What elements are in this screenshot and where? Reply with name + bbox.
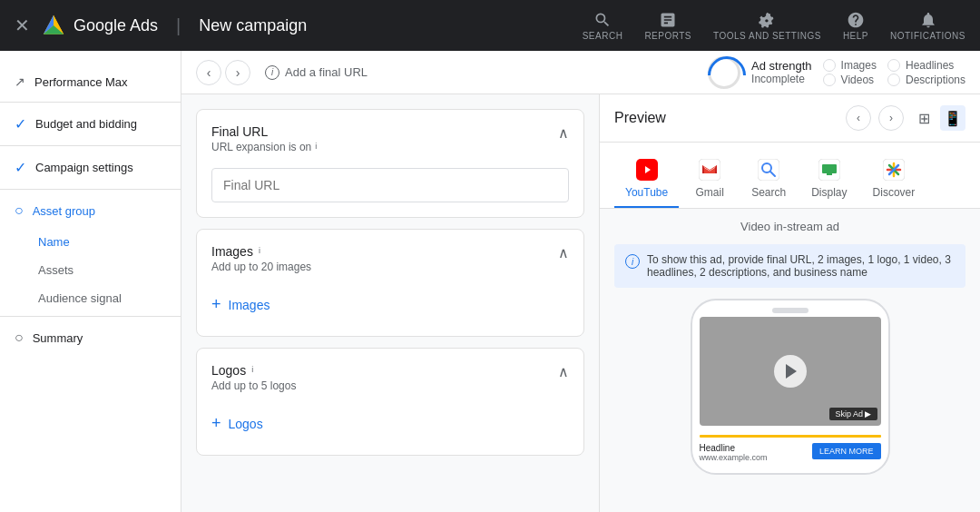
view-toggle: ⊞ 📱 — [911, 105, 965, 131]
headlines-check-circle-icon — [887, 59, 900, 72]
back-arrow-button[interactable]: ‹ — [196, 60, 221, 85]
checklist-item-descriptions: Descriptions — [887, 74, 965, 86]
sidebar-item-performance-max-label: Performance Max — [34, 75, 128, 89]
ad-strength-checklist-2: Headlines Descriptions — [887, 59, 965, 86]
tab-gmail[interactable]: Gmail — [682, 150, 737, 208]
channel-tabs: YouTube — [600, 143, 980, 209]
url-expansion-info-icon[interactable]: i — [315, 142, 327, 153]
phone-notch-icon — [772, 308, 808, 313]
preview-title: Preview — [614, 110, 838, 126]
sidebar-item-performance-max[interactable]: ↗ Performance Max — [0, 65, 181, 98]
two-panel: Final URL URL expansion is on i ∧ — [181, 94, 980, 512]
play-triangle-icon — [786, 364, 797, 379]
ad-strength-text: Ad strength Incomplete — [751, 59, 812, 85]
headlines-check-label: Headlines — [906, 59, 954, 72]
ad-strength-circle-icon — [708, 56, 740, 89]
checklist-item-images: Images — [823, 59, 877, 72]
svg-rect-17 — [827, 173, 832, 175]
grid-view-button[interactable]: ⊞ — [911, 105, 936, 131]
search-tab-label: Search — [751, 186, 786, 199]
learn-more-button[interactable]: LEARN MORE — [812, 443, 881, 459]
display-tab-label: Display — [811, 186, 847, 199]
checklist-item-videos: Videos — [823, 74, 877, 86]
sidebar-item-budget-bidding[interactable]: ✓ Budget and bidding — [0, 106, 181, 142]
images-section: Images i Add up to 20 images ∧ + Im — [196, 229, 584, 337]
add-images-plus-icon: + — [211, 295, 221, 314]
logos-title-text: Logos — [211, 363, 246, 378]
info-banner-icon: i — [625, 254, 640, 269]
youtube-tab-label: YouTube — [625, 186, 668, 199]
preview-controls: ‹ › ⊞ 📱 — [846, 105, 965, 131]
add-images-button[interactable]: + Images — [211, 288, 270, 321]
logos-content: + Logos — [197, 407, 583, 455]
add-logos-button[interactable]: + Logos — [211, 407, 263, 440]
preview-forward-button[interactable]: › — [878, 105, 904, 131]
sidebar-sub-item-assets[interactable]: Assets — [0, 256, 181, 284]
logos-collapse-button[interactable]: ∧ — [558, 363, 569, 380]
final-url-input[interactable] — [223, 178, 557, 192]
checklist-item-headlines: Headlines — [887, 59, 965, 72]
svg-rect-16 — [822, 164, 837, 173]
asset-group-circle-icon: ○ — [15, 202, 24, 219]
nav-arrows: ‹ › — [196, 60, 250, 85]
phone-ad-bar — [700, 435, 881, 438]
final-url-header: Final URL URL expansion is on i ∧ — [197, 110, 583, 168]
help-nav-button[interactable]: HELP — [843, 11, 868, 41]
sidebar-sub-item-name[interactable]: Name — [0, 228, 181, 256]
notifications-nav-button[interactable]: NOTIFICATIONS — [890, 11, 965, 41]
sidebar-item-summary[interactable]: ○ Summary — [0, 320, 181, 355]
tab-youtube[interactable]: YouTube — [614, 150, 679, 208]
budget-check-icon: ✓ — [15, 115, 26, 133]
phone-headline-row: Headline www.example.com LEARN MORE — [700, 443, 881, 462]
ad-strength-status: Incomplete — [751, 73, 812, 85]
reports-nav-label: REPORTS — [644, 31, 691, 41]
add-logos-label: Logos — [229, 417, 263, 431]
final-url-collapse-button[interactable]: ∧ — [558, 124, 569, 142]
video-instream-label: Video in-stream ad — [600, 209, 980, 244]
final-url-section: Final URL URL expansion is on i ∧ — [196, 109, 584, 218]
forward-arrow-button[interactable]: › — [225, 60, 250, 85]
final-url-input-wrapper[interactable] — [211, 168, 569, 202]
logos-info-icon[interactable]: i — [251, 365, 263, 377]
url-hint-label: Add a final URL — [285, 65, 368, 79]
progress-bar-area: ‹ › i Add a final URL Ad strength Incomp… — [181, 51, 980, 94]
gmail-icon — [697, 157, 722, 182]
images-info-icon[interactable]: i — [259, 246, 270, 258]
logos-title-area: Logos i Add up to 5 logos — [211, 363, 296, 392]
preview-content: Video in-stream ad i To show this ad, pr… — [600, 209, 980, 512]
content-area: ‹ › i Add a final URL Ad strength Incomp… — [181, 51, 980, 512]
ad-strength-checklist: Images Videos — [823, 59, 877, 86]
sidebar-item-campaign-settings[interactable]: ✓ Campaign settings — [0, 150, 181, 185]
help-nav-label: HELP — [843, 31, 868, 41]
tab-display[interactable]: Display — [800, 150, 858, 208]
tab-discover[interactable]: Discover — [862, 150, 926, 208]
url-hint: i Add a final URL — [265, 65, 368, 80]
mobile-view-button[interactable]: 📱 — [940, 105, 965, 131]
sidebar-divider-4 — [0, 316, 181, 317]
sidebar-item-asset-label: Asset group — [33, 204, 95, 218]
search-nav-button[interactable]: SEARCH — [583, 11, 623, 41]
google-ads-logo-icon — [41, 13, 66, 38]
page-title: New campaign — [199, 16, 307, 35]
logos-subtitle-text: Add up to 5 logos — [211, 379, 296, 392]
ad-strength-area: Ad strength Incomplete Images Videos — [708, 56, 965, 89]
skip-ad-button[interactable]: Skip Ad ▶ — [829, 408, 877, 420]
videos-check-circle-icon — [823, 74, 836, 86]
tools-nav-button[interactable]: TOOLS AND SETTINGS — [713, 11, 821, 41]
youtube-icon — [634, 157, 660, 182]
close-button[interactable]: ✕ — [15, 15, 30, 36]
sidebar-sub-item-audience-signal[interactable]: Audience signal — [0, 284, 181, 312]
images-collapse-button[interactable]: ∧ — [558, 244, 569, 261]
reports-nav-button[interactable]: REPORTS — [644, 11, 691, 41]
images-content: + Images — [197, 288, 583, 336]
preview-back-button[interactable]: ‹ — [846, 105, 871, 131]
display-icon — [817, 157, 842, 182]
final-url-content — [197, 168, 583, 217]
descriptions-check-circle-icon — [887, 74, 900, 86]
images-header: Images i Add up to 20 images ∧ — [197, 230, 583, 288]
svg-rect-12 — [758, 159, 779, 181]
images-title-text: Images — [211, 244, 253, 259]
tab-search[interactable]: Search — [740, 150, 797, 208]
main-layout: ↗ Performance Max ✓ Budget and bidding ✓… — [0, 51, 980, 512]
sidebar-item-asset-group[interactable]: ○ Asset group — [0, 193, 181, 228]
